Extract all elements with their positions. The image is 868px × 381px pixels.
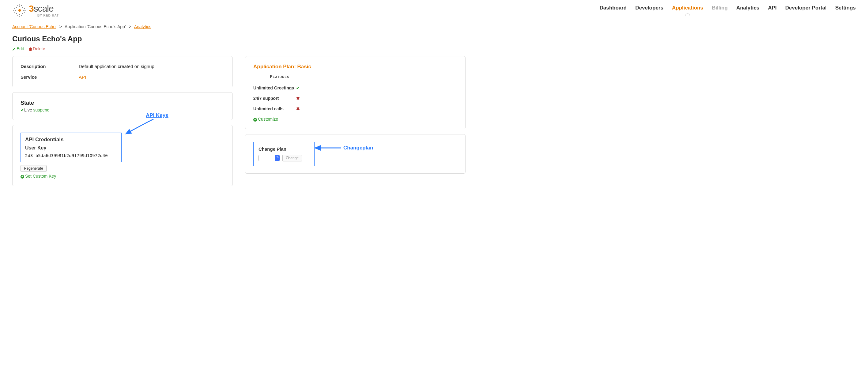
pencil-icon [12,47,16,51]
breadcrumb: Account 'Curious Echo' > Application 'Cu… [12,24,466,29]
svg-point-17 [19,4,20,5]
regenerate-button[interactable]: Regenerate [21,165,46,172]
page-title: Curious Echo's App [12,35,466,43]
svg-point-5 [16,7,17,8]
nav-api[interactable]: API [768,5,776,12]
svg-point-11 [14,8,15,9]
title-actions: Edit Delete [12,46,466,51]
svg-point-16 [21,15,22,16]
plus-icon: + [253,118,257,122]
left-column: Description Default application created … [12,56,233,191]
logo-text: 3scale BY RED HAT [29,4,59,17]
svg-point-10 [21,5,22,6]
svg-point-12 [14,12,15,13]
main-nav: DashboardDevelopersApplicationsBillingAn… [599,5,856,16]
service-label: Service [21,74,79,80]
edit-link[interactable]: Edit [12,46,25,51]
plan-panel: Application Plan: Basic Features Unlimit… [245,56,466,129]
content: Account 'Curious Echo' > Application 'Cu… [0,18,478,197]
breadcrumb-account[interactable]: Account 'Curious Echo' [12,24,56,29]
state-heading: State [21,100,224,106]
x-icon: ✖ [296,106,300,111]
annotation-api-keys: API Keys [146,113,168,119]
logo-mark-icon [12,3,27,18]
svg-point-1 [19,5,20,7]
customize-link[interactable]: +Customize [253,117,278,122]
plan-title: Application Plan: Basic [253,64,457,70]
change-button[interactable]: Change [282,155,302,161]
svg-point-2 [19,14,20,15]
feature-name: Unlimited calls [253,106,296,111]
x-icon: ✖ [296,96,300,101]
nav-developers[interactable]: Developers [635,5,663,12]
set-custom-key-link[interactable]: +Set Custom Key [21,173,56,179]
svg-point-13 [24,8,25,9]
breadcrumb-current: Application 'Curious Echo's App' [65,24,126,29]
annotation-changeplan: Changeplan [343,145,373,151]
check-icon: ✔ [21,107,24,113]
brand-accent: 3 [29,3,34,13]
description-label: Description [21,64,79,69]
svg-point-14 [24,12,25,13]
right-column: Application Plan: Basic Features Unlimit… [245,56,466,179]
arrow-icon [120,119,156,137]
breadcrumb-sep: > [59,24,62,29]
header: 3scale BY RED HAT DashboardDevelopersApp… [0,0,868,18]
state-value: Live [24,107,32,113]
svg-point-3 [15,10,16,11]
svg-point-18 [19,16,20,17]
features-label: Features [259,74,300,81]
svg-point-19 [13,10,14,11]
arrow-icon [312,145,343,151]
check-icon: ✔ [296,86,300,90]
trash-icon [29,47,32,51]
svg-point-6 [22,7,23,8]
svg-point-0 [19,9,21,12]
brand-sub: BY RED HAT [37,14,59,17]
change-plan-heading: Change Plan [258,147,309,152]
service-link[interactable]: API [79,74,86,80]
nav-analytics[interactable]: Analytics [736,5,760,12]
plan-select[interactable] [258,155,280,161]
user-key-label: User Key [25,145,117,151]
user-key-value: 2d3fb5da6d39981b2d9f799d10972d40 [25,153,117,158]
breadcrumb-analytics[interactable]: Analytics [134,24,151,29]
change-plan-box: Change Plan Change [253,142,315,166]
credentials-heading: API Credentials [25,136,117,143]
state-panel: State ✔Live suspend [12,92,233,120]
nav-applications[interactable]: Applications [672,5,703,12]
feature-row: Unlimited Greetings✔ [253,86,457,90]
feature-row: Unlimited calls✖ [253,106,457,111]
feature-row: 24/7 support✖ [253,96,457,101]
api-credentials-box: API Credentials User Key 2d3fb5da6d39981… [21,133,122,162]
nav-dashboard[interactable]: Dashboard [599,5,627,12]
svg-point-15 [18,15,19,16]
plus-icon: + [21,175,24,179]
svg-point-20 [25,10,26,11]
brand-rest: scale [34,3,54,13]
svg-point-7 [16,13,17,14]
svg-point-4 [23,10,25,11]
suspend-link[interactable]: suspend [33,107,50,113]
details-panel: Description Default application created … [12,56,233,87]
delete-link[interactable]: Delete [29,46,45,51]
feature-name: Unlimited Greetings [253,86,296,90]
credentials-panel: API Credentials User Key 2d3fb5da6d39981… [12,125,233,186]
svg-point-8 [22,13,23,14]
change-plan-panel: Change Plan Change Changeplan [245,134,466,173]
logo[interactable]: 3scale BY RED HAT [12,3,59,18]
feature-name: 24/7 support [253,96,296,101]
breadcrumb-sep: > [129,24,131,29]
nav-developer-portal[interactable]: Developer Portal [785,5,827,12]
nav-billing[interactable]: Billing [712,5,728,12]
nav-settings[interactable]: Settings [835,5,856,12]
description-value: Default application created on signup. [79,64,156,69]
svg-point-9 [18,5,19,6]
